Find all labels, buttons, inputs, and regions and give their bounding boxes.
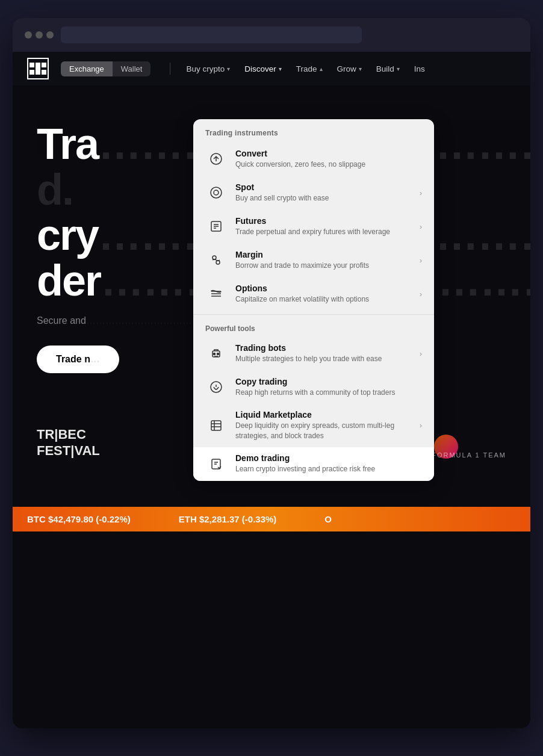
trade-now-button[interactable]: Trade n… [37, 345, 119, 373]
margin-desc: Borrow and trade to maximize your profit… [235, 261, 411, 271]
exchange-toggle-btn[interactable]: Exchange [61, 61, 113, 76]
dropdown-item-demo-trading[interactable]: Demo trading Learn crypto investing and … [193, 447, 434, 481]
spot-icon [205, 182, 227, 203]
dropdown-item-spot[interactable]: Spot Buy and sell crypto with ease › [193, 176, 434, 209]
nav-discover[interactable]: Discover ▾ [238, 61, 288, 77]
dropdown-item-trading-bots[interactable]: Trading bots Multiple strategies to help… [193, 336, 434, 370]
dropdown-item-convert[interactable]: Convert Quick conversion, zero fees, no … [193, 142, 434, 176]
nav-separator [170, 63, 170, 75]
nav-items: Buy crypto ▾ Discover ▾ Trade ▴ Grow ▾ B… [180, 61, 516, 77]
demo-trading-icon [205, 453, 227, 475]
nav-trade[interactable]: Trade ▴ [290, 61, 329, 77]
margin-icon [205, 249, 227, 271]
svg-rect-3 [29, 70, 34, 75]
margin-title: Margin [235, 250, 411, 259]
address-bar[interactable] [61, 26, 362, 43]
svg-rect-6 [36, 66, 40, 71]
chevron-down-icon: ▾ [397, 66, 400, 72]
chevron-right-icon: › [420, 188, 422, 197]
dropdown-item-margin[interactable]: Margin Borrow and trade to maximize your… [193, 243, 434, 277]
svg-point-18 [217, 353, 219, 355]
ticker-other: O [324, 514, 332, 524]
chevron-right-icon: › [420, 290, 422, 299]
futures-desc: Trade perpetual and expiry futures with … [235, 227, 411, 237]
dropdown-item-futures[interactable]: Futures Trade perpetual and expiry futur… [193, 209, 434, 243]
trade-dropdown-menu: Trading instruments Convert Quick conver… [193, 119, 434, 481]
spot-title: Spot [235, 182, 411, 192]
copy-trading-title: Copy trading [235, 377, 422, 386]
svg-point-9 [214, 190, 219, 195]
trading-instruments-label: Trading instruments [193, 119, 434, 142]
nav-grow[interactable]: Grow ▾ [331, 61, 368, 77]
dropdown-separator [193, 314, 434, 315]
browser-window: Exchange Wallet Buy crypto ▾ Discover ▾ … [13, 18, 530, 728]
liquid-marketplace-desc: Deep liquidity on expiry spreads, custom… [235, 421, 411, 441]
convert-desc: Quick conversion, zero fees, no slippage [235, 160, 422, 170]
copy-trading-desc: Reap high returns with a community of to… [235, 388, 422, 398]
dot-green [46, 31, 54, 39]
powerful-tools-label: Powerful tools [193, 318, 434, 336]
f1-badge: FORMULA 1 TEAM [432, 451, 506, 459]
wallet-toggle-btn[interactable]: Wallet [113, 61, 151, 76]
nav-ins[interactable]: Ins [408, 61, 431, 77]
demo-trading-desc: Learn crypto investing and practice risk… [235, 464, 422, 474]
trading-bots-icon [205, 342, 227, 364]
chevron-right-icon: › [420, 256, 422, 265]
liquid-marketplace-title: Liquid Marketplace [235, 410, 411, 420]
festival-logo: TR|BECFEST|VAL [37, 427, 100, 459]
nav-build[interactable]: Build ▾ [370, 61, 406, 77]
chevron-right-icon: › [420, 421, 422, 430]
svg-point-15 [216, 261, 220, 264]
svg-rect-2 [42, 63, 46, 67]
convert-title: Convert [235, 149, 422, 158]
dot-yellow [36, 31, 43, 39]
futures-title: Futures [235, 216, 411, 226]
dropdown-item-liquid-marketplace[interactable]: Liquid Marketplace Deep liquidity on exp… [193, 404, 434, 447]
trading-bots-desc: Multiple strategies to help you trade wi… [235, 354, 411, 364]
ticker-bar: BTC $42,479.80 (-0.22%) ETH $2,281.37 (-… [13, 507, 530, 531]
main-content: Tra……………………………d. cry…………………………… der……………… [13, 85, 530, 507]
liquid-marketplace-icon [205, 415, 227, 436]
dropdown-item-copy-trading[interactable]: Copy trading Reap high returns with a co… [193, 370, 434, 404]
chevron-right-icon: › [420, 349, 422, 358]
svg-point-17 [214, 353, 216, 355]
nav-buy-crypto[interactable]: Buy crypto ▾ [180, 61, 236, 77]
browser-chrome [13, 18, 530, 52]
options-icon [205, 283, 227, 305]
chevron-down-icon: ▾ [359, 66, 362, 72]
options-title: Options [235, 284, 411, 293]
chevron-down-icon: ▾ [227, 66, 230, 72]
svg-rect-0 [29, 63, 34, 67]
svg-point-14 [213, 256, 216, 259]
svg-rect-20 [211, 421, 221, 430]
logo[interactable] [27, 58, 49, 79]
logo-box [27, 58, 49, 79]
navbar: Exchange Wallet Buy crypto ▾ Discover ▾ … [13, 52, 530, 85]
dot-red [25, 31, 32, 39]
ticker-btc: BTC $42,479.80 (-0.22%) [27, 514, 131, 524]
browser-dots [25, 31, 54, 39]
convert-icon [205, 148, 227, 170]
copy-trading-icon [205, 376, 227, 398]
chevron-down-icon: ▾ [279, 66, 282, 72]
trading-bots-title: Trading bots [235, 343, 411, 353]
nav-toggle: Exchange Wallet [61, 61, 150, 76]
svg-point-8 [211, 187, 222, 198]
chevron-right-icon: › [420, 222, 422, 231]
dropdown-item-options[interactable]: Options Capitalize on market volatility … [193, 277, 434, 311]
ticker-eth: ETH $2,281.37 (-0.33%) [179, 514, 277, 524]
svg-rect-5 [42, 70, 46, 75]
demo-trading-title: Demo trading [235, 453, 422, 463]
futures-icon [205, 215, 227, 237]
options-desc: Capitalize on market volatility with opt… [235, 294, 411, 305]
chevron-up-icon: ▴ [320, 66, 323, 72]
spot-desc: Buy and sell crypto with ease [235, 193, 411, 203]
